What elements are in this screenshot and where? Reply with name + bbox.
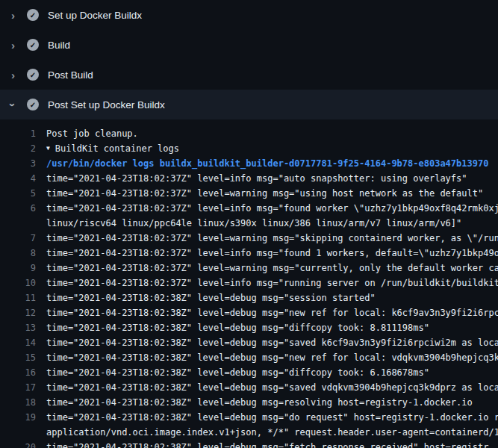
step-row[interactable]: › ✓ Build (0, 30, 498, 60)
log-line: 2 ▼ BuildKit container logs (0, 141, 498, 156)
line-number[interactable]: 17 (0, 380, 36, 395)
log-line: 17 ▼ time="2021-04-23T18:02:38Z" level=d… (0, 380, 498, 395)
step-list: › ✓ Set up Docker Buildx › ✓ Build › ✓ P… (0, 0, 498, 119)
line-number[interactable]: 7 (0, 231, 36, 246)
log-text: time="2021-04-23T18:02:38Z" level=debug … (36, 410, 498, 425)
log-line: 12 ▼ time="2021-04-23T18:02:38Z" level=d… (0, 305, 498, 320)
line-number[interactable] (0, 425, 36, 440)
log-line: 9 ▼ time="2021-04-23T18:02:37Z" level=wa… (0, 261, 498, 276)
log-line: 14 ▼ time="2021-04-23T18:02:38Z" level=d… (0, 335, 498, 350)
log-line: 16 ▼ time="2021-04-23T18:02:38Z" level=d… (0, 365, 498, 380)
log-text: Post job cleanup. (36, 126, 138, 141)
log-text: time="2021-04-23T18:02:38Z" level=debug … (36, 320, 429, 335)
log-line: 11 ▼ time="2021-04-23T18:02:38Z" level=d… (0, 290, 498, 305)
chevron-right-icon: › (8, 70, 18, 80)
log-text: application/vnd.oci.image.index.v1+json,… (36, 425, 498, 440)
line-number[interactable]: 1 (0, 126, 36, 141)
line-number[interactable]: 4 (0, 171, 36, 186)
log-text: time="2021-04-23T18:02:37Z" level=info m… (36, 201, 498, 216)
log-line: ▼ linux/riscv64 linux/ppc64le linux/s390… (0, 216, 498, 231)
step-label: Build (48, 40, 70, 51)
log-line: 1 ▼ Post job cleanup. (0, 126, 498, 141)
step-row[interactable]: › ✓ Post Set up Docker Buildx (0, 90, 498, 119)
step-label: Post Set up Docker Buildx (48, 99, 165, 111)
log-line: 19 ▼ time="2021-04-23T18:02:38Z" level=d… (0, 410, 498, 425)
line-number[interactable]: 3 (0, 156, 36, 171)
log-line: 5 ▼ time="2021-04-23T18:02:37Z" level=wa… (0, 186, 498, 201)
log-text: time="2021-04-23T18:02:37Z" level=info m… (36, 246, 498, 261)
log-line: 18 ▼ time="2021-04-23T18:02:38Z" level=d… (0, 395, 498, 410)
line-number[interactable]: 13 (0, 320, 36, 335)
log-line: 8 ▼ time="2021-04-23T18:02:37Z" level=in… (0, 246, 498, 261)
log-line: 13 ▼ time="2021-04-23T18:02:38Z" level=d… (0, 320, 498, 335)
line-number[interactable]: 8 (0, 246, 36, 261)
line-number[interactable]: 18 (0, 395, 36, 410)
log-line: 6 ▼ time="2021-04-23T18:02:37Z" level=in… (0, 201, 498, 216)
step-row[interactable]: › ✓ Post Build (0, 60, 498, 90)
log-line: 4 ▼ time="2021-04-23T18:02:37Z" level=in… (0, 171, 498, 186)
log-text: time="2021-04-23T18:02:38Z" level=debug … (36, 335, 498, 350)
line-number[interactable]: 14 (0, 335, 36, 350)
log-text: time="2021-04-23T18:02:37Z" level=warnin… (36, 261, 498, 276)
line-number[interactable] (0, 216, 36, 231)
line-number[interactable]: 12 (0, 305, 36, 320)
log-line: ▼ application/vnd.oci.image.index.v1+jso… (0, 425, 498, 440)
log-text: time="2021-04-23T18:02:38Z" level=debug … (36, 290, 376, 305)
check-circle-icon: ✓ (27, 99, 39, 111)
line-number[interactable]: 10 (0, 276, 36, 290)
log-text: /usr/bin/docker logs buildx_buildkit_bui… (36, 156, 488, 171)
line-number[interactable]: 6 (0, 201, 36, 216)
step-label: Post Build (48, 69, 93, 81)
log-text: time="2021-04-23T18:02:37Z" level=info m… (36, 276, 498, 290)
log-text: time="2021-04-23T18:02:37Z" level=warnin… (36, 231, 498, 246)
chevron-right-icon: › (8, 40, 18, 50)
line-number[interactable]: 20 (0, 440, 36, 448)
chevron-right-icon: › (8, 10, 18, 20)
log-line: 7 ▼ time="2021-04-23T18:02:37Z" level=wa… (0, 231, 498, 246)
step-label: Set up Docker Buildx (48, 10, 142, 21)
log-text: linux/riscv64 linux/ppc64le linux/s390x … (36, 216, 461, 231)
log-text: time="2021-04-23T18:02:38Z" level=debug … (36, 365, 429, 380)
log-line: 10 ▼ time="2021-04-23T18:02:37Z" level=i… (0, 276, 498, 290)
check-circle-icon: ✓ (27, 9, 39, 21)
log-area: 1 ▼ Post job cleanup. 2 ▼ BuildKit conta… (0, 119, 498, 448)
line-number[interactable]: 9 (0, 261, 36, 276)
check-circle-icon: ✓ (27, 39, 39, 51)
log-text: time="2021-04-23T18:02:37Z" level=warnin… (36, 186, 483, 201)
log-text: time="2021-04-23T18:02:38Z" level=debug … (36, 395, 473, 410)
check-circle-icon: ✓ (27, 69, 39, 81)
log-text: time="2021-04-23T18:02:37Z" level=info m… (36, 171, 467, 186)
chevron-down-icon: › (8, 100, 18, 110)
log-text: time="2021-04-23T18:02:38Z" level=debug … (36, 305, 498, 320)
line-number[interactable]: 15 (0, 350, 36, 365)
line-number[interactable]: 11 (0, 290, 36, 305)
line-number[interactable]: 2 (0, 141, 36, 156)
log-line: 3 ▼ /usr/bin/docker logs buildx_buildkit… (0, 156, 498, 171)
log-text: time="2021-04-23T18:02:38Z" level=debug … (36, 380, 498, 395)
log-text: time="2021-04-23T18:02:38Z" level=debug … (36, 440, 488, 448)
log-line: 20 ▼ time="2021-04-23T18:02:38Z" level=d… (0, 440, 498, 448)
line-number[interactable]: 16 (0, 365, 36, 380)
step-row[interactable]: › ✓ Set up Docker Buildx (0, 0, 498, 30)
log-text: time="2021-04-23T18:02:38Z" level=debug … (36, 350, 498, 365)
log-text[interactable]: BuildKit container logs (50, 141, 179, 156)
collapse-triangle-icon[interactable]: ▼ (36, 141, 50, 156)
log-line: 15 ▼ time="2021-04-23T18:02:38Z" level=d… (0, 350, 498, 365)
line-number[interactable]: 5 (0, 186, 36, 201)
actions-log-panel: › ✓ Set up Docker Buildx › ✓ Build › ✓ P… (0, 0, 498, 448)
line-number[interactable]: 19 (0, 410, 36, 425)
